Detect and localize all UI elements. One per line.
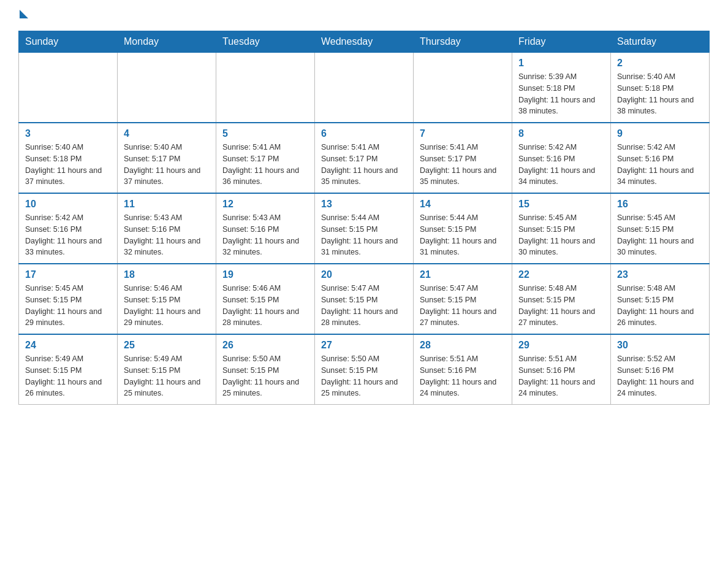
calendar-cell: 16Sunrise: 5:45 AMSunset: 5:15 PMDayligh…: [611, 193, 710, 264]
day-info: Sunrise: 5:45 AMSunset: 5:15 PMDaylight:…: [518, 212, 604, 258]
day-number: 27: [321, 340, 407, 351]
calendar-cell: 23Sunrise: 5:48 AMSunset: 5:15 PMDayligh…: [611, 264, 710, 334]
day-number: 1: [518, 58, 604, 69]
day-info: Sunrise: 5:46 AMSunset: 5:15 PMDaylight:…: [124, 283, 210, 329]
day-number: 24: [25, 340, 111, 351]
day-number: 19: [222, 269, 308, 280]
weekday-header-monday: Monday: [118, 31, 216, 53]
day-info: Sunrise: 5:40 AMSunset: 5:18 PMDaylight:…: [25, 142, 111, 188]
day-info: Sunrise: 5:41 AMSunset: 5:17 PMDaylight:…: [321, 142, 407, 188]
day-info: Sunrise: 5:39 AMSunset: 5:18 PMDaylight:…: [518, 71, 604, 117]
calendar-cell: [315, 53, 414, 123]
calendar-cell: 26Sunrise: 5:50 AMSunset: 5:15 PMDayligh…: [216, 334, 315, 405]
weekday-header-thursday: Thursday: [414, 31, 512, 53]
day-number: 12: [222, 199, 308, 210]
weekday-header-friday: Friday: [512, 31, 611, 53]
day-info: Sunrise: 5:44 AMSunset: 5:15 PMDaylight:…: [420, 212, 506, 258]
calendar-cell: 9Sunrise: 5:42 AMSunset: 5:16 PMDaylight…: [611, 123, 710, 193]
calendar-week-row: 1Sunrise: 5:39 AMSunset: 5:18 PMDaylight…: [19, 53, 710, 123]
day-info: Sunrise: 5:51 AMSunset: 5:16 PMDaylight:…: [518, 353, 604, 399]
logo-triangle-icon: [20, 10, 28, 18]
day-number: 3: [25, 128, 111, 139]
day-info: Sunrise: 5:41 AMSunset: 5:17 PMDaylight:…: [420, 142, 506, 188]
day-number: 26: [222, 340, 308, 351]
day-info: Sunrise: 5:40 AMSunset: 5:17 PMDaylight:…: [124, 142, 210, 188]
calendar-cell: 27Sunrise: 5:50 AMSunset: 5:15 PMDayligh…: [315, 334, 414, 405]
day-number: 14: [420, 199, 506, 210]
page-header: [18, 12, 710, 18]
weekday-header-tuesday: Tuesday: [216, 31, 315, 53]
calendar-cell: [118, 53, 216, 123]
day-info: Sunrise: 5:52 AMSunset: 5:16 PMDaylight:…: [617, 353, 703, 399]
day-number: 16: [617, 199, 703, 210]
weekday-header-saturday: Saturday: [611, 31, 710, 53]
calendar-cell: 25Sunrise: 5:49 AMSunset: 5:15 PMDayligh…: [118, 334, 216, 405]
day-info: Sunrise: 5:42 AMSunset: 5:16 PMDaylight:…: [25, 212, 111, 258]
calendar-cell: 5Sunrise: 5:41 AMSunset: 5:17 PMDaylight…: [216, 123, 315, 193]
day-number: 9: [617, 128, 703, 139]
calendar-week-row: 10Sunrise: 5:42 AMSunset: 5:16 PMDayligh…: [19, 193, 710, 264]
day-info: Sunrise: 5:46 AMSunset: 5:15 PMDaylight:…: [222, 283, 308, 329]
calendar-cell: 20Sunrise: 5:47 AMSunset: 5:15 PMDayligh…: [315, 264, 414, 334]
day-number: 28: [420, 340, 506, 351]
day-number: 10: [25, 199, 111, 210]
day-number: 4: [124, 128, 210, 139]
day-info: Sunrise: 5:51 AMSunset: 5:16 PMDaylight:…: [420, 353, 506, 399]
weekday-header-row: SundayMondayTuesdayWednesdayThursdayFrid…: [19, 31, 710, 53]
calendar-cell: 22Sunrise: 5:48 AMSunset: 5:15 PMDayligh…: [512, 264, 611, 334]
day-info: Sunrise: 5:41 AMSunset: 5:17 PMDaylight:…: [222, 142, 308, 188]
day-number: 15: [518, 199, 604, 210]
day-number: 20: [321, 269, 407, 280]
calendar-cell: 3Sunrise: 5:40 AMSunset: 5:18 PMDaylight…: [19, 123, 118, 193]
day-info: Sunrise: 5:50 AMSunset: 5:15 PMDaylight:…: [321, 353, 407, 399]
calendar-week-row: 24Sunrise: 5:49 AMSunset: 5:15 PMDayligh…: [19, 334, 710, 405]
day-number: 17: [25, 269, 111, 280]
day-number: 22: [518, 269, 604, 280]
day-number: 11: [124, 199, 210, 210]
calendar-cell: 19Sunrise: 5:46 AMSunset: 5:15 PMDayligh…: [216, 264, 315, 334]
day-number: 7: [420, 128, 506, 139]
day-number: 6: [321, 128, 407, 139]
calendar-cell: 10Sunrise: 5:42 AMSunset: 5:16 PMDayligh…: [19, 193, 118, 264]
logo: [18, 12, 28, 18]
calendar-cell: 18Sunrise: 5:46 AMSunset: 5:15 PMDayligh…: [118, 264, 216, 334]
day-info: Sunrise: 5:48 AMSunset: 5:15 PMDaylight:…: [617, 283, 703, 329]
day-info: Sunrise: 5:43 AMSunset: 5:16 PMDaylight:…: [222, 212, 308, 258]
calendar-cell: 11Sunrise: 5:43 AMSunset: 5:16 PMDayligh…: [118, 193, 216, 264]
calendar-table: SundayMondayTuesdayWednesdayThursdayFrid…: [18, 31, 710, 405]
day-number: 2: [617, 58, 703, 69]
day-info: Sunrise: 5:45 AMSunset: 5:15 PMDaylight:…: [617, 212, 703, 258]
day-number: 5: [222, 128, 308, 139]
day-info: Sunrise: 5:49 AMSunset: 5:15 PMDaylight:…: [124, 353, 210, 399]
calendar-cell: 28Sunrise: 5:51 AMSunset: 5:16 PMDayligh…: [414, 334, 512, 405]
day-info: Sunrise: 5:42 AMSunset: 5:16 PMDaylight:…: [518, 142, 604, 188]
calendar-cell: 8Sunrise: 5:42 AMSunset: 5:16 PMDaylight…: [512, 123, 611, 193]
weekday-header-wednesday: Wednesday: [315, 31, 414, 53]
day-info: Sunrise: 5:44 AMSunset: 5:15 PMDaylight:…: [321, 212, 407, 258]
calendar-cell: 13Sunrise: 5:44 AMSunset: 5:15 PMDayligh…: [315, 193, 414, 264]
calendar-cell: 4Sunrise: 5:40 AMSunset: 5:17 PMDaylight…: [118, 123, 216, 193]
day-info: Sunrise: 5:49 AMSunset: 5:15 PMDaylight:…: [25, 353, 111, 399]
day-number: 25: [124, 340, 210, 351]
calendar-cell: 15Sunrise: 5:45 AMSunset: 5:15 PMDayligh…: [512, 193, 611, 264]
day-number: 30: [617, 340, 703, 351]
calendar-cell: 21Sunrise: 5:47 AMSunset: 5:15 PMDayligh…: [414, 264, 512, 334]
calendar-week-row: 3Sunrise: 5:40 AMSunset: 5:18 PMDaylight…: [19, 123, 710, 193]
day-info: Sunrise: 5:47 AMSunset: 5:15 PMDaylight:…: [420, 283, 506, 329]
day-info: Sunrise: 5:42 AMSunset: 5:16 PMDaylight:…: [617, 142, 703, 188]
calendar-cell: 30Sunrise: 5:52 AMSunset: 5:16 PMDayligh…: [611, 334, 710, 405]
day-number: 13: [321, 199, 407, 210]
calendar-week-row: 17Sunrise: 5:45 AMSunset: 5:15 PMDayligh…: [19, 264, 710, 334]
calendar-cell: 7Sunrise: 5:41 AMSunset: 5:17 PMDaylight…: [414, 123, 512, 193]
calendar-cell: 6Sunrise: 5:41 AMSunset: 5:17 PMDaylight…: [315, 123, 414, 193]
calendar-cell: 14Sunrise: 5:44 AMSunset: 5:15 PMDayligh…: [414, 193, 512, 264]
day-number: 18: [124, 269, 210, 280]
day-number: 29: [518, 340, 604, 351]
day-info: Sunrise: 5:40 AMSunset: 5:18 PMDaylight:…: [617, 71, 703, 117]
day-info: Sunrise: 5:50 AMSunset: 5:15 PMDaylight:…: [222, 353, 308, 399]
calendar-cell: 29Sunrise: 5:51 AMSunset: 5:16 PMDayligh…: [512, 334, 611, 405]
day-info: Sunrise: 5:48 AMSunset: 5:15 PMDaylight:…: [518, 283, 604, 329]
calendar-cell: [414, 53, 512, 123]
day-number: 21: [420, 269, 506, 280]
day-info: Sunrise: 5:43 AMSunset: 5:16 PMDaylight:…: [124, 212, 210, 258]
